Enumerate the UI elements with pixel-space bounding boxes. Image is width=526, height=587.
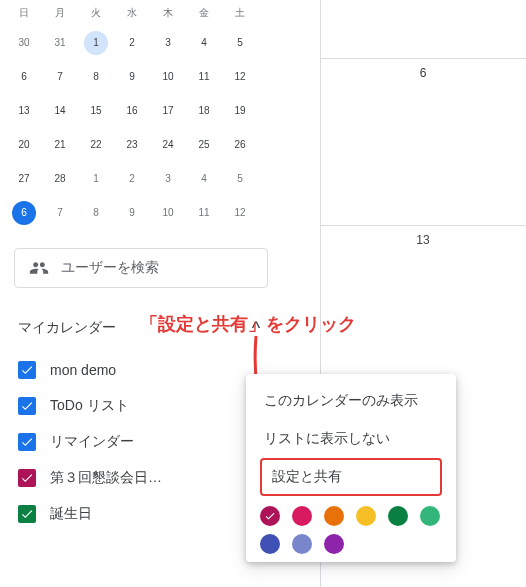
color-swatch[interactable] <box>292 534 312 554</box>
mini-calendar-day[interactable]: 27 <box>6 167 42 191</box>
mini-calendar-dow: 水 <box>114 0 150 26</box>
color-swatch[interactable] <box>356 506 376 526</box>
mini-calendar-day[interactable]: 11 <box>186 201 222 225</box>
calendar-checkbox[interactable] <box>18 505 36 523</box>
mini-calendar-week: 13141516171819 <box>6 94 278 128</box>
color-swatch[interactable] <box>388 506 408 526</box>
mini-calendar-day[interactable]: 6 <box>6 65 42 89</box>
mini-calendar-day[interactable]: 2 <box>114 167 150 191</box>
people-search-placeholder: ユーザーを検索 <box>61 259 159 277</box>
calendar-checkbox[interactable] <box>18 433 36 451</box>
mini-calendar-day[interactable]: 3 <box>150 167 186 191</box>
mini-calendar-day[interactable]: 5 <box>222 167 258 191</box>
mini-calendar-day[interactable]: 12 <box>222 201 258 225</box>
mini-calendar-week: 272812345 <box>6 162 278 196</box>
mini-calendar-day[interactable]: 28 <box>42 167 78 191</box>
mini-calendar-dow: 土 <box>222 0 258 26</box>
mini-calendar-week: 6789101112 <box>6 60 278 94</box>
mini-calendar-dow: 金 <box>186 0 222 26</box>
people-search-input[interactable]: ユーザーを検索 <box>14 248 268 288</box>
my-calendars-label: マイカレンダー <box>18 319 116 337</box>
mini-calendar-day[interactable]: 4 <box>186 167 222 191</box>
calendar-list: mon demoToDo リストリマインダー第３回懇談会日…×誕生日 <box>18 352 268 532</box>
color-palette <box>246 496 456 554</box>
mini-calendar-day[interactable]: 18 <box>186 99 222 123</box>
calendar-checkbox[interactable] <box>18 397 36 415</box>
mini-calendar-day[interactable]: 19 <box>222 99 258 123</box>
mini-calendar-day[interactable]: 7 <box>42 65 78 89</box>
mini-calendar-day[interactable]: 30 <box>6 31 42 55</box>
mini-calendar-day[interactable]: 6 <box>6 201 42 225</box>
mini-calendar-day[interactable]: 8 <box>78 65 114 89</box>
color-swatch[interactable] <box>292 506 312 526</box>
mini-calendar-day[interactable]: 3 <box>150 31 186 55</box>
calendar-list-item[interactable]: 誕生日 <box>18 496 268 532</box>
mini-calendar-day[interactable]: 5 <box>222 31 258 55</box>
mini-calendar-day[interactable]: 10 <box>150 65 186 89</box>
mini-calendar-day[interactable]: 1 <box>78 167 114 191</box>
mini-calendar-day[interactable]: 26 <box>222 133 258 157</box>
calendar-list-item[interactable]: 第３回懇談会日…× <box>18 460 268 496</box>
calendar-name: 誕生日 <box>50 505 268 523</box>
mini-calendar-day[interactable]: 13 <box>6 99 42 123</box>
calendar-name: mon demo <box>50 362 268 378</box>
calendar-name: ToDo リスト <box>50 397 268 415</box>
calendar-list-item[interactable]: ToDo リスト <box>18 388 268 424</box>
people-search-icon <box>29 258 49 278</box>
main-date-number[interactable]: 13 <box>320 233 526 247</box>
mini-calendar-day[interactable]: 9 <box>114 65 150 89</box>
mini-calendar-day[interactable]: 4 <box>186 31 222 55</box>
mini-calendar-day[interactable]: 24 <box>150 133 186 157</box>
color-swatch[interactable] <box>260 534 280 554</box>
mini-calendar-day[interactable]: 25 <box>186 133 222 157</box>
mini-calendar-week: 303112345 <box>6 26 278 60</box>
calendar-list-item[interactable]: mon demo <box>18 352 268 388</box>
color-swatch[interactable] <box>420 506 440 526</box>
calendar-options-popup: このカレンダーのみ表示 リストに表示しない 設定と共有 <box>246 374 456 562</box>
mini-calendar-dow: 木 <box>150 0 186 26</box>
calendar-checkbox[interactable] <box>18 469 36 487</box>
mini-calendar-day[interactable]: 12 <box>222 65 258 89</box>
mini-calendar-day[interactable]: 16 <box>114 99 150 123</box>
mini-calendar-dow: 月 <box>42 0 78 26</box>
calendar-checkbox[interactable] <box>18 361 36 379</box>
mini-calendar-dow-row: 日月火水木金土 <box>6 0 278 26</box>
mini-calendar-day[interactable]: 1 <box>78 31 114 55</box>
mini-calendar-day[interactable]: 9 <box>114 201 150 225</box>
mini-calendar-day[interactable]: 8 <box>78 201 114 225</box>
color-swatch[interactable] <box>324 534 344 554</box>
mini-calendar-day[interactable]: 17 <box>150 99 186 123</box>
mini-calendar-week: 20212223242526 <box>6 128 278 162</box>
mini-calendar-day[interactable]: 22 <box>78 133 114 157</box>
calendar-name: リマインダー <box>50 433 268 451</box>
mini-calendar[interactable]: 日月火水木金土 30311234567891011121314151617181… <box>0 0 282 230</box>
menu-item-only-show[interactable]: このカレンダーのみ表示 <box>246 382 456 420</box>
mini-calendar-week: 6789101112 <box>6 196 278 230</box>
calendar-name: 第３回懇談会日… <box>50 469 246 487</box>
mini-calendar-day[interactable]: 10 <box>150 201 186 225</box>
mini-calendar-dow: 火 <box>78 0 114 26</box>
menu-item-hide-from-list[interactable]: リストに表示しない <box>246 420 456 458</box>
color-swatch[interactable] <box>260 506 280 526</box>
menu-item-settings-and-sharing[interactable]: 設定と共有 <box>260 458 442 496</box>
mini-calendar-day[interactable]: 20 <box>6 133 42 157</box>
mini-calendar-day[interactable]: 11 <box>186 65 222 89</box>
mini-calendar-day[interactable]: 15 <box>78 99 114 123</box>
annotation-text: 「設定と共有」をクリック <box>140 312 356 336</box>
calendar-list-item[interactable]: リマインダー <box>18 424 268 460</box>
mini-calendar-day[interactable]: 31 <box>42 31 78 55</box>
color-swatch[interactable] <box>324 506 344 526</box>
mini-calendar-day[interactable]: 7 <box>42 201 78 225</box>
main-date-number[interactable]: 6 <box>320 66 526 80</box>
mini-calendar-day[interactable]: 21 <box>42 133 78 157</box>
mini-calendar-dow: 日 <box>6 0 42 26</box>
mini-calendar-day[interactable]: 14 <box>42 99 78 123</box>
mini-calendar-day[interactable]: 23 <box>114 133 150 157</box>
mini-calendar-day[interactable]: 2 <box>114 31 150 55</box>
